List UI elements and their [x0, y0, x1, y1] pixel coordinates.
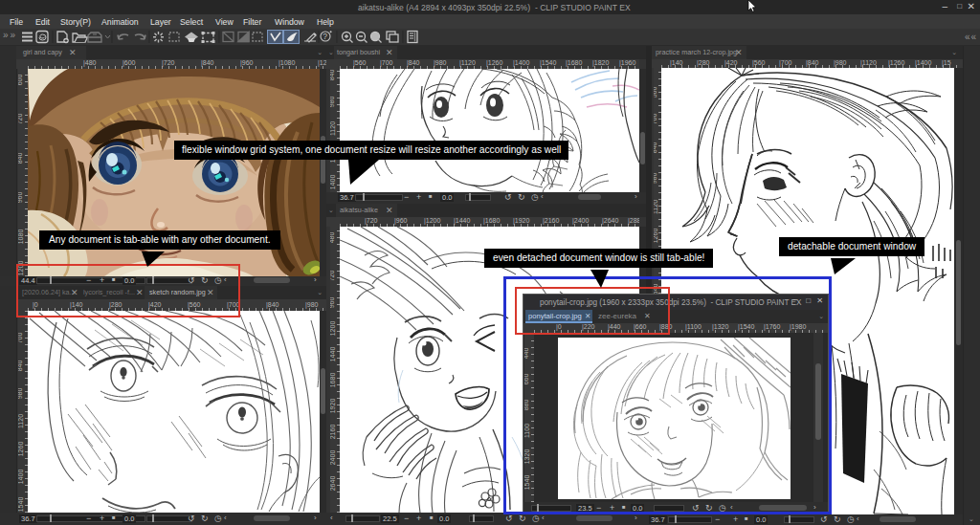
svg-text:?: ?	[323, 32, 327, 41]
